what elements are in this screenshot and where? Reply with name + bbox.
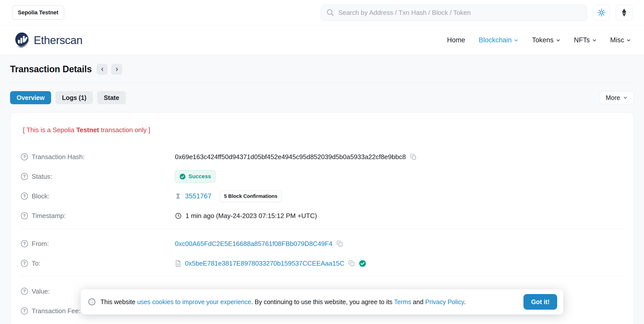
timestamp-value: 1 min ago (May-24-2023 07:15:12 PM +UTC) (185, 212, 317, 220)
chevron-down-icon (592, 38, 597, 43)
cookie-text-part: . (464, 298, 466, 305)
nav-label: Home (447, 36, 465, 44)
check-circle-icon (179, 173, 186, 180)
tab-overview[interactable]: Overview (10, 91, 51, 104)
contract-document-icon (175, 260, 181, 267)
copy-icon (336, 240, 343, 247)
nav-item-nfts[interactable]: NFTs (574, 36, 597, 44)
cookie-consent-banner: This website uses cookies to improve you… (81, 289, 563, 314)
ethereum-icon (620, 8, 628, 17)
nav-item-blockchain[interactable]: Blockchain (479, 36, 518, 44)
to-address-link[interactable]: 0x5beE781e3817E8978033270b159537CCEEAaa1… (185, 260, 344, 267)
more-dropdown-button[interactable]: More (599, 91, 634, 104)
nav-label: Tokens (532, 36, 554, 44)
etherscan-logo[interactable]: Etherscan (13, 31, 83, 49)
network-menu-button[interactable] (616, 5, 632, 21)
copy-button[interactable] (336, 240, 343, 247)
nav-item-misc[interactable]: Misc (610, 36, 631, 44)
help-icon[interactable]: ? (21, 173, 28, 180)
chevron-down-icon (626, 38, 631, 43)
status-badge: Success (175, 170, 215, 183)
theme-toggle-button[interactable] (593, 5, 610, 21)
chevron-left-icon (100, 67, 104, 71)
more-label: More (606, 94, 620, 101)
previous-transaction-button[interactable] (97, 64, 108, 75)
label-text: Status: (32, 173, 52, 181)
row-from: ? From: 0xc00A65FdC2E5E16688a85761f08FBb… (21, 237, 623, 250)
section-divider (21, 229, 623, 229)
chevron-right-icon (115, 67, 119, 71)
row-value: 0x69e163c424ff50d94371d05bf452e4945c95d8… (175, 153, 417, 161)
etherscan-logo-mark-icon (13, 31, 31, 49)
search-bar[interactable] (321, 5, 587, 21)
copy-button[interactable] (410, 153, 417, 160)
hourglass-icon (175, 193, 181, 199)
copy-icon (410, 153, 417, 160)
row-label: ? Block: (21, 192, 175, 200)
help-icon[interactable]: ? (21, 240, 28, 247)
section-divider (21, 276, 623, 276)
row-label: ? Timestamp: (21, 212, 175, 220)
cookie-text-part: and (411, 298, 425, 305)
help-icon[interactable]: ? (21, 212, 28, 219)
nav-label: Blockchain (479, 36, 512, 44)
help-icon[interactable]: ? (21, 288, 28, 295)
search-input[interactable] (338, 9, 582, 17)
sun-icon (597, 8, 606, 17)
help-icon[interactable]: ? (21, 153, 28, 160)
block-number-link[interactable]: 3551767 (185, 192, 211, 200)
notice-bold: Testnet (76, 126, 99, 134)
tab-state[interactable]: State (97, 91, 126, 104)
nav-bar: Etherscan Home Blockchain Tokens NFTs (0, 25, 644, 55)
testnet-notice: [ This is a Sepolia Testnet transaction … (23, 126, 623, 134)
nav-label: Misc (610, 36, 624, 44)
cookies-info-link[interactable]: uses cookies to improve your experience (137, 298, 251, 305)
row-status: ? Status: Success (21, 170, 623, 183)
row-value: 0x5beE781e3817E8978033270b159537CCEEAaa1… (175, 260, 366, 267)
label-text: Value: (32, 287, 50, 295)
terms-link[interactable]: Terms (394, 298, 411, 305)
search-icon (326, 9, 334, 17)
label-text: Transaction Fee: (32, 307, 81, 315)
network-badge[interactable]: Sepolia Testnet (12, 6, 64, 20)
row-to: ? To: 0x5beE781e3817E8978033270b159537CC… (21, 257, 623, 270)
title-divider (10, 82, 634, 83)
help-icon[interactable]: ? (21, 307, 28, 314)
help-icon[interactable]: ? (21, 260, 28, 267)
brand-name: Etherscan (34, 34, 83, 47)
topbar-right (321, 5, 632, 21)
main-content: Transaction Details Overview Logs (1) St… (0, 55, 644, 324)
got-it-button[interactable]: Got it! (523, 294, 557, 310)
nav-item-tokens[interactable]: Tokens (532, 36, 560, 44)
label-text: From: (32, 240, 49, 248)
row-label: ? From: (21, 240, 175, 248)
row-timestamp: ? Timestamp: 1 min ago (May-24-2023 07:1… (21, 209, 623, 223)
row-value: 0xc00A65FdC2E5E16688a85761f08FBb079D8C49… (175, 240, 343, 248)
nav-item-home[interactable]: Home (447, 36, 465, 44)
copy-button[interactable] (348, 260, 355, 267)
chevron-down-icon (556, 38, 560, 43)
row-transaction-hash: ? Transaction Hash: 0x69e163c424ff50d943… (21, 150, 623, 164)
row-label: ? Status: (21, 173, 175, 181)
nav-label: NFTs (574, 36, 590, 44)
top-bar: Sepolia Testnet (0, 0, 644, 25)
block-confirmations-badge: 5 Block Confirmations (220, 190, 282, 202)
from-address-link[interactable]: 0xc00A65FdC2E5E16688a85761f08FBb079D8C49… (175, 240, 332, 248)
notice-text: transaction only ] (99, 126, 150, 134)
next-transaction-button[interactable] (111, 64, 122, 75)
copy-icon (348, 260, 355, 267)
tab-logs[interactable]: Logs (1) (55, 91, 93, 104)
chevron-down-icon (514, 38, 518, 43)
page: Sepolia Testnet (0, 0, 644, 324)
privacy-policy-link[interactable]: Privacy Policy (425, 298, 464, 305)
row-label: ? To: (21, 260, 175, 267)
label-text: To: (32, 260, 41, 267)
cookie-icon (88, 298, 96, 306)
page-title: Transaction Details (10, 64, 92, 75)
label-text: Timestamp: (32, 212, 66, 220)
clock-icon (175, 212, 182, 219)
help-icon[interactable]: ? (21, 193, 28, 200)
row-value: 3551767 5 Block Confirmations (175, 190, 282, 202)
notice-text: [ This is a Sepolia (23, 126, 76, 134)
row-value: 1 min ago (May-24-2023 07:15:12 PM +UTC) (175, 212, 317, 220)
